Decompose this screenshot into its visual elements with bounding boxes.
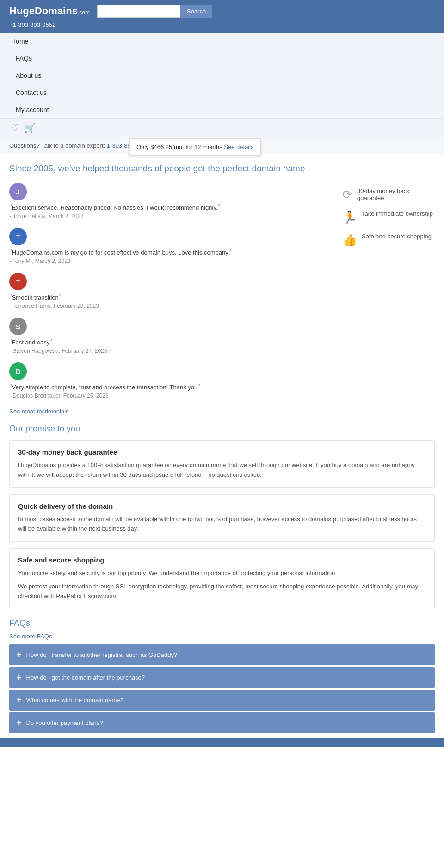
promise-title: Our promise to you — [9, 424, 435, 434]
faq-plus-2: + — [17, 673, 22, 682]
nav-sep-account: | — [431, 106, 433, 113]
promise-card-1-body: HugeDomains provides a 100% satisfaction… — [18, 461, 426, 480]
avatar-4: S — [9, 318, 27, 335]
feature-label-1: 30-day money back guarantee — [357, 187, 435, 201]
promise-card-3-body2: We protect your information through SSL … — [18, 582, 426, 601]
testimonial-5: D "Very simple to complete, trust and pr… — [9, 362, 333, 399]
feature-money-back: ⟳ 30-day money back guarantee — [342, 187, 435, 202]
faq-item-1[interactable]: + How do I transfer to another registrar… — [9, 644, 435, 665]
expert-bar-text: Questions? Talk to a domain expert: — [9, 142, 107, 149]
nav-item-faqs[interactable]: FAQs | — [0, 50, 444, 67]
nav-sep-about: | — [431, 72, 433, 79]
faq-label-3: What comes with the domain name? — [26, 697, 123, 704]
testimonial-author-2: - Tony M., March 2, 2023 — [9, 258, 333, 264]
testimonial-author-1: - Jorge Batista, March 2, 2023 — [9, 213, 333, 219]
header-phone[interactable]: +1-303-893-0552 — [9, 21, 435, 28]
testimonial-text-1: "Excellent service. Reasonably priced. N… — [9, 203, 333, 212]
promise-card-2-title: Quick delivery of the domain — [18, 502, 426, 510]
testimonial-author-3: - Terrance Harris, February 28, 2023 — [9, 303, 333, 309]
content-columns: J "Excellent service. Reasonably priced.… — [9, 183, 435, 415]
footer-bar — [0, 738, 444, 747]
expert-bar: Questions? Talk to a domain expert: 1-30… — [0, 137, 444, 154]
see-more-testimonials-link[interactable]: See more testimonials — [9, 408, 69, 415]
testimonial-text-5: "Very simple to complete, trust and proc… — [9, 383, 333, 391]
tooltip-link[interactable]: See details — [224, 144, 253, 150]
testimonial-3: T "Smooth transition" - Terrance Harris,… — [9, 273, 333, 309]
search-input[interactable] — [97, 5, 180, 18]
search-form: Search — [97, 5, 212, 18]
search-button[interactable]: Search — [180, 5, 212, 18]
avatar-5: D — [9, 362, 27, 380]
tooltip-popup: Only $466.25/mo. for 12 months See detai… — [130, 138, 261, 156]
faq-item-4[interactable]: + Do you offer payment plans? — [9, 712, 435, 733]
avatar-1: J — [9, 183, 27, 200]
main-content: Since 2005, we've helped thousands of pe… — [0, 154, 444, 747]
nav-item-home[interactable]: Home | — [0, 33, 444, 50]
hero-title: Since 2005, we've helped thousands of pe… — [9, 163, 435, 174]
promise-card-safe-shopping: Safe and secure shopping Your online saf… — [9, 548, 435, 609]
see-more-faqs-link[interactable]: See more FAQs — [9, 633, 435, 640]
feature-safe: 👍 Safe and secure shopping — [342, 233, 435, 247]
testimonial-text-4: "Fast and easy" — [9, 338, 333, 346]
faq-label-2: How do I get the domain after the purcha… — [26, 674, 145, 681]
header: HugeDomains.com Search +1-303-893-0552 — [0, 0, 444, 33]
faq-plus-4: + — [17, 718, 22, 728]
nav-sep-contact: | — [431, 89, 433, 96]
promise-card-1-title: 30-day money back guarantee — [18, 448, 426, 456]
wishlist-icon[interactable]: ♡ — [11, 122, 19, 133]
testimonial-author-4: - Steven Radgowski, February 27, 2023 — [9, 348, 333, 354]
promise-card-3-body1: Your online safety and security is our t… — [18, 568, 426, 578]
logo[interactable]: HugeDomains.com — [9, 5, 90, 17]
features-col: ⟳ 30-day money back guarantee 🏃 Take imm… — [342, 183, 435, 415]
testimonial-2: T "HugeDomains.com is my go to for cost … — [9, 228, 333, 264]
nav-item-contact[interactable]: Contact us | — [0, 84, 444, 101]
testimonials-col: J "Excellent service. Reasonably priced.… — [9, 183, 333, 415]
promise-card-money-back: 30-day money back guarantee HugeDomains … — [9, 440, 435, 488]
nav-item-account[interactable]: My account | — [0, 101, 444, 119]
faq-item-3[interactable]: + What comes with the domain name? — [9, 690, 435, 711]
promise-card-2-body: In most cases access to the domain will … — [18, 515, 426, 534]
feature-label-2: Take immediate ownership — [362, 210, 433, 217]
tooltip-text: Only $466.25/mo. for 12 months — [136, 144, 224, 150]
faq-label-4: Do you offer payment plans? — [26, 719, 103, 726]
faqs-title: FAQs — [9, 618, 435, 628]
feature-label-3: Safe and secure shopping — [362, 233, 432, 240]
nav-menu: Home | FAQs | About us | Contact us | My… — [0, 33, 444, 137]
testimonial-text-2: "HugeDomains.com is my go to for cost ef… — [9, 248, 333, 256]
faq-item-2[interactable]: + How do I get the domain after the purc… — [9, 667, 435, 688]
safe-icon: 👍 — [342, 233, 357, 247]
faq-plus-3: + — [17, 695, 22, 705]
faq-label-1: How do I transfer to another registrar s… — [26, 651, 178, 658]
testimonial-text-3: "Smooth transition" — [9, 293, 333, 301]
faq-plus-1: + — [17, 650, 22, 660]
nav-item-about[interactable]: About us | — [0, 67, 444, 84]
testimonial-1: J "Excellent service. Reasonably priced.… — [9, 183, 333, 219]
testimonial-author-5: - Douglas Bretthauer, February 25, 2023 — [9, 393, 333, 399]
testimonial-4: S "Fast and easy" - Steven Radgowski, Fe… — [9, 318, 333, 354]
logo-ext: .com — [78, 9, 90, 16]
avatar-2: T — [9, 228, 27, 245]
avatar-3: T — [9, 273, 27, 290]
money-back-icon: ⟳ — [342, 187, 352, 202]
promise-card-quick-delivery: Quick delivery of the domain In most cas… — [9, 494, 435, 542]
cart-icon[interactable]: 🛒 — [24, 122, 36, 133]
promise-card-3-title: Safe and secure shopping — [18, 556, 426, 564]
nav-sep-faqs: | — [431, 55, 433, 62]
nav-icons-row: ♡ 🛒 — [0, 119, 444, 137]
immediate-icon: 🏃 — [342, 210, 357, 225]
nav-sep-home: | — [431, 37, 433, 45]
feature-immediate: 🏃 Take immediate ownership — [342, 210, 435, 225]
